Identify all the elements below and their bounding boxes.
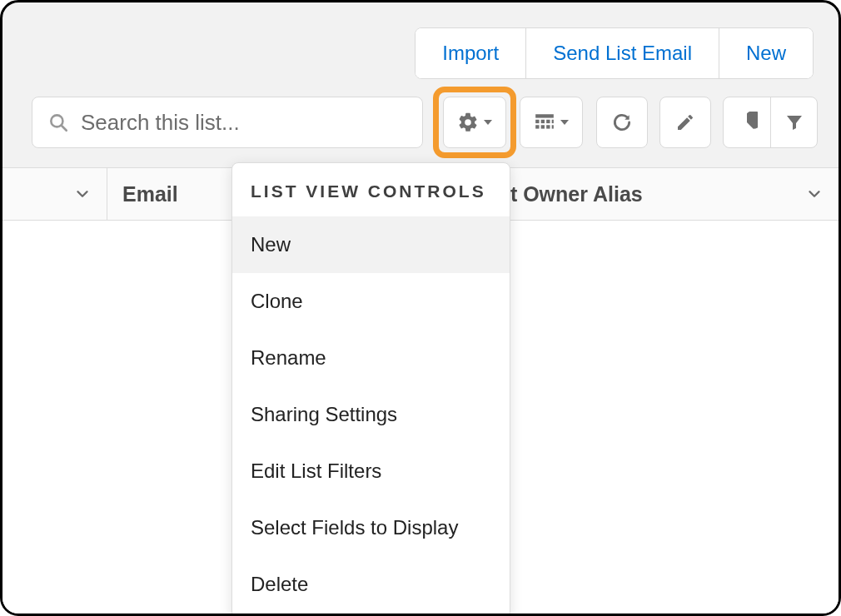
menu-item-new[interactable]: New [232, 216, 510, 273]
chart-filter-group [723, 97, 818, 148]
pencil-icon [675, 112, 695, 132]
svg-rect-3 [535, 120, 539, 123]
menu-item-select-fields[interactable]: Select Fields to Display [232, 499, 510, 556]
chevron-down-icon [73, 185, 92, 203]
gear-icon [457, 112, 479, 133]
top-action-group: Import Send List Email New [415, 27, 814, 79]
search-input[interactable] [81, 110, 407, 136]
edit-button[interactable] [659, 97, 711, 148]
display-as-button[interactable] [520, 97, 583, 148]
chevron-down-icon [484, 120, 492, 125]
svg-rect-4 [541, 120, 545, 123]
new-button[interactable]: New [719, 28, 813, 78]
import-button[interactable]: Import [416, 28, 525, 78]
svg-rect-9 [546, 125, 550, 128]
chart-button[interactable] [724, 97, 770, 147]
menu-item-rename[interactable]: Rename [232, 330, 510, 386]
svg-rect-10 [552, 125, 554, 128]
column-header-owner-alias[interactable]: ct Owner Alias [484, 168, 839, 220]
svg-line-1 [62, 126, 67, 131]
svg-rect-8 [541, 125, 545, 128]
menu-item-clone[interactable]: Clone [232, 273, 510, 330]
menu-item-delete[interactable]: Delete [232, 556, 510, 613]
column-header-blank[interactable] [2, 168, 107, 220]
send-list-email-button[interactable]: Send List Email [525, 28, 719, 78]
svg-rect-7 [535, 125, 539, 128]
app-frame: Import Send List Email New [0, 0, 841, 616]
svg-rect-2 [535, 114, 554, 117]
column-header-label: ct Owner Alias [499, 182, 643, 206]
menu-item-edit-list-filters[interactable]: Edit List Filters [232, 443, 510, 499]
refresh-icon [611, 112, 633, 133]
svg-rect-5 [546, 120, 550, 123]
filter-button[interactable] [770, 97, 817, 147]
menu-title: LIST VIEW CONTROLS [232, 163, 510, 216]
svg-rect-6 [552, 120, 554, 123]
list-view-controls-menu: LIST VIEW CONTROLS New Clone Rename Shar… [231, 162, 510, 616]
refresh-button[interactable] [596, 97, 648, 148]
search-icon [47, 112, 69, 133]
chevron-down-icon [560, 120, 569, 125]
pie-chart-icon [736, 112, 758, 133]
menu-item-sharing-settings[interactable]: Sharing Settings [232, 386, 510, 443]
table-icon [534, 112, 555, 133]
filter-icon [784, 112, 804, 132]
column-header-label: Email [122, 182, 178, 206]
search-field-wrap [32, 97, 423, 148]
list-view-controls-button[interactable] [443, 97, 506, 148]
chevron-down-icon [805, 185, 824, 203]
